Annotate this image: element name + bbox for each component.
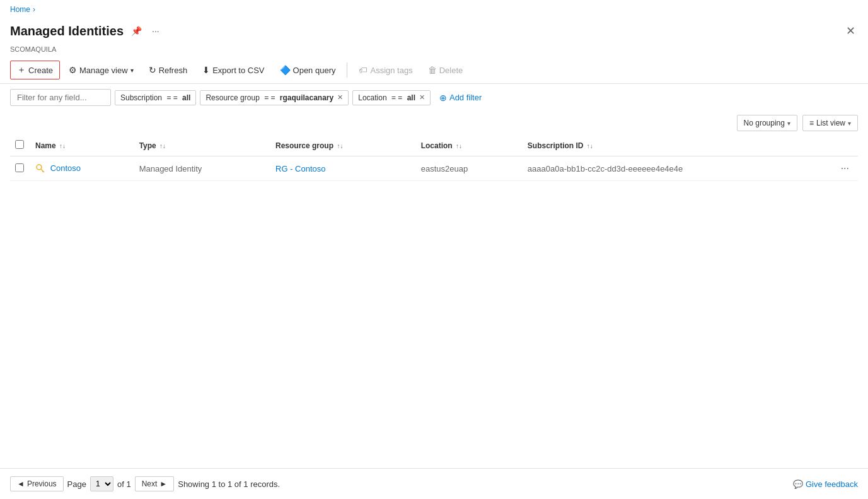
row-name: Contoso	[30, 156, 134, 181]
breadcrumb-home[interactable]: Home	[10, 5, 30, 14]
rg-sort-icon: ↑↓	[337, 143, 343, 150]
next-arrow-icon: ►	[159, 479, 167, 488]
resource-group-link[interactable]: RG - Contoso	[275, 164, 325, 173]
table-row: Contoso Managed Identity RG - Contoso ea…	[10, 156, 858, 181]
row-checkbox[interactable]	[15, 163, 24, 172]
delete-button[interactable]: 🗑 Delete	[422, 62, 470, 78]
grouping-chevron-icon: ▾	[787, 120, 790, 127]
col-location[interactable]: Location ↑↓	[416, 135, 523, 156]
row-resource-group: RG - Contoso	[270, 156, 416, 181]
view-dropdown[interactable]: ≡ List view ▾	[802, 115, 858, 131]
location-sort-icon: ↑↓	[456, 143, 462, 150]
resources-table: Name ↑↓ Type ↑↓ Resource group ↑↓ Locati…	[10, 135, 858, 181]
filter-tag-resource-group: Resource group = = rgaquilacanary ✕	[200, 90, 349, 105]
remove-resource-group-filter[interactable]: ✕	[337, 93, 343, 102]
close-button[interactable]: ✕	[843, 21, 858, 40]
row-type: Managed Identity	[134, 156, 270, 181]
sub-sort-icon: ↑↓	[587, 143, 593, 150]
feedback-icon: 💬	[793, 479, 803, 489]
col-resource-group[interactable]: Resource group ↑↓	[270, 135, 416, 156]
filter-tag-subscription: Subscription = = all	[115, 90, 196, 105]
tag-icon: 🏷	[359, 65, 367, 75]
more-button[interactable]: ···	[149, 25, 162, 37]
query-icon: 🔷	[280, 65, 291, 75]
add-filter-button[interactable]: ⊕ Add filter	[434, 90, 487, 105]
table-container: Name ↑↓ Type ↑↓ Resource group ↑↓ Locati…	[0, 135, 868, 181]
col-name[interactable]: Name ↑↓	[30, 135, 134, 156]
row-more-button[interactable]: ···	[837, 161, 853, 175]
plus-icon: ＋	[17, 64, 26, 76]
page-subtitle: SCOMAQUILA	[0, 45, 868, 57]
select-all-checkbox[interactable]	[15, 140, 24, 149]
breadcrumb-separator: ›	[33, 5, 35, 14]
manage-view-button[interactable]: ⚙ Manage view ▾	[62, 62, 140, 78]
view-chevron-icon: ▾	[848, 120, 851, 127]
pin-button[interactable]: 📌	[129, 25, 144, 37]
view-controls: No grouping ▾ ≡ List view ▾	[0, 111, 868, 135]
list-icon: ≡	[809, 119, 814, 127]
row-location: eastus2euap	[416, 156, 523, 181]
toolbar: ＋ Create ⚙ Manage view ▾ ↻ Refresh ⬇ Exp…	[0, 57, 868, 84]
previous-button[interactable]: ◄ Previous	[10, 476, 64, 491]
open-query-button[interactable]: 🔷 Open query	[274, 62, 342, 78]
feedback-button[interactable]: 💬 Give feedback	[793, 479, 858, 489]
filter-input[interactable]	[10, 89, 111, 106]
view-icon: ⚙	[69, 65, 77, 75]
row-subscription-id: aaaa0a0a-bb1b-cc2c-dd3d-eeeeee4e4e4e	[523, 156, 832, 181]
remove-location-filter[interactable]: ✕	[419, 93, 425, 102]
col-actions	[832, 135, 858, 156]
delete-icon: 🗑	[428, 65, 437, 75]
page-header: Managed Identities 📌 ··· ✕	[0, 19, 868, 45]
managed-identity-icon	[35, 163, 45, 173]
create-button[interactable]: ＋ Create	[10, 61, 60, 79]
svg-point-0	[37, 165, 42, 170]
filter-tag-location: Location = = all ✕	[352, 90, 431, 105]
export-csv-button[interactable]: ⬇ Export to CSV	[196, 62, 270, 78]
type-sort-icon: ↑↓	[159, 143, 166, 150]
next-button[interactable]: Next ►	[135, 476, 175, 491]
filters-row: Subscription = = all Resource group = = …	[0, 84, 868, 111]
refresh-icon: ↻	[149, 65, 156, 75]
of-label: of 1	[117, 479, 131, 489]
breadcrumb: Home ›	[0, 0, 868, 19]
row-actions-cell: ···	[832, 156, 858, 181]
page-select[interactable]: 1	[90, 476, 113, 491]
row-checkbox-cell[interactable]	[10, 156, 30, 181]
chevron-down-icon: ▾	[130, 67, 134, 74]
filter-plus-icon: ⊕	[439, 93, 447, 103]
name-sort-icon: ↑↓	[59, 143, 66, 150]
page-label: Page	[67, 479, 86, 489]
pagination: ◄ Previous Page 1 of 1 Next ► Showing 1 …	[0, 468, 868, 499]
showing-text: Showing 1 to 1 of 1 records.	[178, 479, 280, 489]
col-type[interactable]: Type ↑↓	[134, 135, 270, 156]
assign-tags-button[interactable]: 🏷 Assign tags	[352, 62, 419, 78]
grouping-dropdown[interactable]: No grouping ▾	[737, 115, 797, 131]
download-icon: ⬇	[202, 65, 210, 75]
select-all-header[interactable]	[10, 135, 30, 156]
refresh-button[interactable]: ↻ Refresh	[142, 62, 194, 78]
table-header-row: Name ↑↓ Type ↑↓ Resource group ↑↓ Locati…	[10, 135, 858, 156]
col-subscription-id[interactable]: Subscription ID ↑↓	[523, 135, 832, 156]
page-title: Managed Identities	[10, 24, 124, 38]
resource-name-link[interactable]: Contoso	[50, 163, 81, 173]
prev-arrow-icon: ◄	[17, 479, 25, 488]
toolbar-separator	[347, 62, 347, 78]
